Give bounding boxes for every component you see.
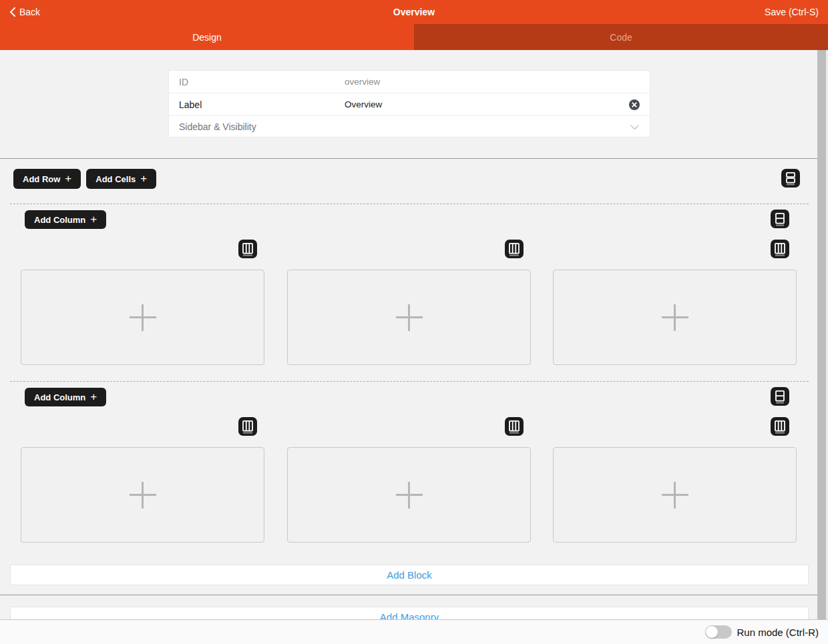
add-row-label: Add Row [23,174,60,184]
save-button[interactable]: Save (Ctrl-S) [765,0,819,24]
builder-toolbar: Add Row+ Add Cells+ [13,169,156,189]
row-split-icon[interactable] [771,387,789,406]
empty-cell-add-target[interactable] [553,447,797,543]
row-section: Add Column+ [10,204,809,375]
label-field-label: Label [179,99,202,110]
add-column-button[interactable]: Add Column+ [25,388,106,406]
plus-icon [130,482,156,509]
sidebar-visibility-row[interactable]: Sidebar & Visibility [169,116,650,137]
columns-icon[interactable] [771,240,789,258]
plus-icon: + [65,173,71,184]
row-section: Add Column+ [10,381,809,553]
id-field-value: overview [345,77,380,87]
tab-design[interactable]: Design [0,24,414,50]
columns-icon[interactable] [505,417,524,436]
plus-icon [662,482,688,509]
run-mode-toggle[interactable] [705,625,732,639]
plus-icon [662,304,688,331]
page-properties-card: ID overview Label Overview Sidebar & Vis… [169,71,650,137]
add-column-label: Add Column [34,392,85,402]
toggle-knob [706,626,718,638]
run-mode-label: Run mode (Ctrl-R) [737,627,819,638]
tab-bar: Design Code [0,24,828,50]
plus-icon [396,304,423,331]
top-bar: Back Overview Save (Ctrl-S) [0,0,828,24]
empty-cell-add-target[interactable] [287,447,531,543]
columns-icon[interactable] [238,240,257,258]
add-cells-button[interactable]: Add Cells+ [86,169,156,189]
id-field-label: ID [179,77,188,87]
empty-cell-add-target[interactable] [21,270,264,365]
plus-icon [130,304,156,331]
chevron-down-icon [630,121,639,133]
row-split-icon[interactable] [771,210,789,228]
plus-icon: + [90,391,97,402]
scrollbar-thumb[interactable] [817,50,826,619]
plus-icon [396,482,423,509]
plus-icon: + [140,173,147,184]
clear-value-icon[interactable] [628,99,640,111]
columns-icon[interactable] [771,417,789,436]
columns-icon[interactable] [238,417,257,436]
rows-layout-icon[interactable] [781,169,800,188]
page-title: Overview [0,7,828,17]
field-row-id: ID overview [169,71,650,93]
empty-cell-add-target[interactable] [553,270,797,365]
columns-icon[interactable] [505,240,524,258]
add-row-button[interactable]: Add Row+ [13,169,81,189]
content-divider [0,158,817,159]
tab-code[interactable]: Code [414,24,828,50]
plus-icon: + [90,214,97,225]
status-bar: Run mode (Ctrl-R) [0,619,828,644]
app-window: Back Overview Save (Ctrl-S) Design Code … [0,0,828,644]
label-field-input[interactable]: Overview [345,99,382,109]
sidebar-visibility-label: Sidebar & Visibility [179,121,256,132]
field-row-label: Label Overview [169,93,650,116]
add-cells-label: Add Cells [95,174,136,184]
add-column-label: Add Column [34,215,85,225]
empty-cell-add-target[interactable] [287,270,531,365]
add-column-button[interactable]: Add Column+ [25,210,106,229]
empty-cell-add-target[interactable] [21,447,264,543]
vertical-scrollbar [817,50,828,619]
add-block-button[interactable]: Add Block [10,565,809,585]
builder-bottom-border [0,595,817,595]
